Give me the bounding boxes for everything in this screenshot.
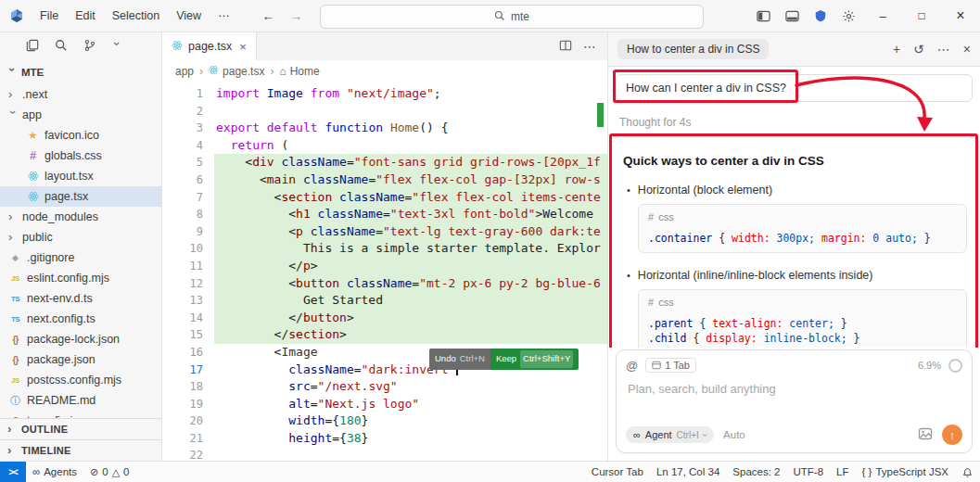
breadcrumb-app[interactable]: app xyxy=(175,65,194,78)
search-sidebar-icon[interactable] xyxy=(55,39,68,55)
eol-status[interactable]: LF xyxy=(830,466,855,477)
code-line[interactable]: alt="Next.js logo" xyxy=(214,396,607,413)
project-root-header[interactable]: › MTE xyxy=(0,60,161,84)
cursor-position-status[interactable]: Ln 17, Col 34 xyxy=(650,466,726,477)
tree-item-node_modules[interactable]: ›node_modules xyxy=(0,207,161,227)
extension-icon[interactable] xyxy=(814,9,827,22)
tree-item-globals.css[interactable]: #globals.css xyxy=(0,146,161,166)
code-line[interactable]: width={180} xyxy=(214,412,607,430)
close-button[interactable]: × xyxy=(941,0,980,32)
explorer-icon[interactable] xyxy=(26,39,39,55)
code-line[interactable]: </section> xyxy=(214,326,607,344)
code-line[interactable]: export default function Home() { xyxy=(214,120,607,137)
code-line[interactable]: </p> xyxy=(214,258,607,275)
code-line[interactable]: <button className="mt-2 px-6 py-2 bg-blu… xyxy=(214,275,607,293)
thought-label[interactable]: Thought for 4s xyxy=(619,116,973,129)
language-status[interactable]: { } TypeScript JSX xyxy=(855,466,955,477)
section-timeline[interactable]: ›TIMELINE xyxy=(0,439,161,461)
forward-arrow-icon[interactable]: → xyxy=(290,8,303,23)
back-arrow-icon[interactable]: ← xyxy=(262,8,275,23)
code-line[interactable]: import Image from "next/image"; xyxy=(214,85,607,103)
chat-response-sections: •Horizontal (block element)#css.containe… xyxy=(616,184,973,348)
editor-more-icon[interactable]: ⋯ xyxy=(583,39,596,54)
tree-item-app[interactable]: ›app xyxy=(0,105,161,125)
line-number: 19 xyxy=(162,396,214,413)
hash-icon: # xyxy=(648,211,654,222)
gear-icon[interactable] xyxy=(842,9,856,23)
code-line[interactable]: <p className="text-lg text-gray-600 dark… xyxy=(214,223,607,241)
tree-item-page.tsx[interactable]: page.tsx xyxy=(0,186,161,207)
code-row: 5 <div className="font-sans grid grid-ro… xyxy=(162,154,607,171)
tree-item-postcss.config.mjs[interactable]: JSpostcss.config.mjs xyxy=(0,370,161,390)
tree-item-public[interactable]: ›public xyxy=(0,227,161,247)
code-line[interactable]: This is a simple starter template. Explo… xyxy=(214,240,607,258)
chat-tab-title[interactable]: How to center a div in CSS xyxy=(617,39,769,59)
file-label: page.tsx xyxy=(45,190,88,203)
tree-item-favicon.ico[interactable]: ★favicon.ico xyxy=(0,125,161,146)
keep-edit-button[interactable]: KeepCtrl+Shift+Y xyxy=(490,349,579,370)
cursor-tab-status[interactable]: Cursor Tab xyxy=(585,466,650,477)
menu-edit[interactable]: Edit xyxy=(67,0,104,32)
undo-edit-button[interactable]: UndoCtrl+N xyxy=(429,349,490,370)
chat-more-icon[interactable]: ⋯ xyxy=(937,42,950,57)
agent-mode-selector[interactable]: ∞ Agent Ctrl+I › xyxy=(626,426,714,443)
source-control-icon[interactable] xyxy=(83,39,96,55)
tab-page-tsx[interactable]: page.tsx × xyxy=(162,32,257,60)
indentation-status[interactable]: Spaces: 2 xyxy=(726,466,786,477)
encoding-status[interactable]: UTF-8 xyxy=(786,466,830,477)
code-line[interactable] xyxy=(214,103,607,120)
new-chat-icon[interactable]: + xyxy=(893,42,900,57)
tree-item-layout.tsx[interactable]: layout.tsx xyxy=(0,166,161,186)
toggle-sidebar-icon[interactable] xyxy=(757,9,770,23)
code-line[interactable]: <h1 className="text-3xl font-bold">Welco… xyxy=(214,206,607,223)
menu-selection[interactable]: Selection xyxy=(104,0,168,32)
maximize-button[interactable]: □ xyxy=(902,0,941,32)
command-search-input[interactable]: mte xyxy=(320,5,704,29)
code-line[interactable]: return ( xyxy=(214,137,607,155)
tree-item-next.config.ts[interactable]: TSnext.config.ts xyxy=(0,309,161,329)
model-auto-selector[interactable]: Auto xyxy=(723,429,745,440)
code-line[interactable]: <section className="flex flex-col items-… xyxy=(214,189,607,207)
minimize-button[interactable]: – xyxy=(863,0,902,32)
bullet-label: Horizontal (inline/inline-block elements… xyxy=(638,269,873,282)
chat-placeholder[interactable]: Plan, search, build anything xyxy=(628,382,962,396)
breadcrumb-symbol[interactable]: ⌂ Home xyxy=(279,65,319,78)
chat-close-icon[interactable]: × xyxy=(963,42,971,57)
code-line[interactable]: src="/next.svg" xyxy=(214,378,607,396)
code-line[interactable]: <div className="font-sans grid grid-rows… xyxy=(214,154,607,171)
code-line[interactable] xyxy=(214,447,607,461)
breadcrumb-file[interactable]: page.tsx xyxy=(209,65,264,78)
menu-more[interactable]: ⋯ xyxy=(210,0,238,32)
toggle-panel-icon[interactable] xyxy=(785,9,799,23)
code-line[interactable]: Get Started xyxy=(214,292,607,310)
attach-image-icon[interactable] xyxy=(918,426,933,444)
problems-status[interactable]: ⊘ 0 △ 0 xyxy=(83,466,136,478)
context-tab-chip[interactable]: 1 Tab xyxy=(645,358,696,373)
tree-item-.next[interactable]: ›.next xyxy=(0,84,161,105)
mention-icon[interactable]: @ xyxy=(626,359,638,373)
tree-item-.gitignore[interactable]: ◆.gitignore xyxy=(0,247,161,268)
chat-input-box[interactable]: @ 1 Tab 6.9% Plan, search, build anythin… xyxy=(616,349,973,453)
split-editor-icon[interactable] xyxy=(559,39,572,55)
tree-item-tsconfig.json[interactable]: {}tsconfig.json xyxy=(0,411,161,418)
code-line[interactable]: </button> xyxy=(214,310,607,327)
tree-item-next-env.d.ts[interactable]: TSnext-env.d.ts xyxy=(0,288,161,309)
tree-item-README.md[interactable]: ⓘREADME.md xyxy=(0,390,161,411)
tab-close-icon[interactable]: × xyxy=(239,40,247,54)
tree-item-package.json[interactable]: {}package.json xyxy=(0,349,161,370)
code-line[interactable]: <main className="flex flex-col gap-[32px… xyxy=(214,171,607,189)
chat-body: How can I center a div in CSS? Thought f… xyxy=(608,67,980,348)
bell-icon[interactable] xyxy=(955,466,980,478)
agents-status[interactable]: ∞ Agents xyxy=(26,466,83,477)
tree-item-eslint.config.mjs[interactable]: JSeslint.config.mjs xyxy=(0,268,161,288)
chevron-down-icon[interactable]: › xyxy=(112,42,121,51)
code-line[interactable]: height={38} xyxy=(214,430,607,448)
send-button[interactable]: ↑ xyxy=(942,425,962,445)
menu-view[interactable]: View xyxy=(168,0,210,32)
section-outline[interactable]: ›OUTLINE xyxy=(0,418,161,439)
code-area[interactable]: 1import Image from "next/image";23export… xyxy=(162,82,607,461)
history-icon[interactable]: ↺ xyxy=(913,42,924,57)
menu-file[interactable]: File xyxy=(32,0,67,32)
remote-indicator[interactable]: >< xyxy=(0,462,26,482)
tree-item-package-lock.json[interactable]: {}package-lock.json xyxy=(0,329,161,349)
